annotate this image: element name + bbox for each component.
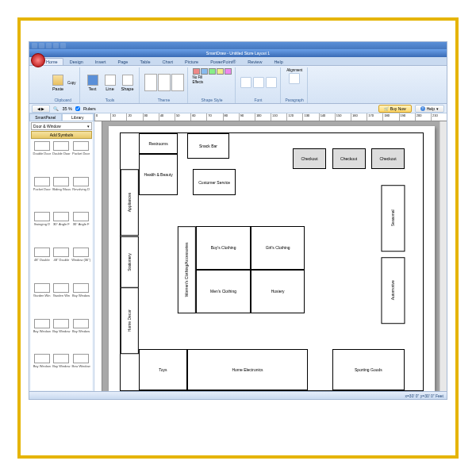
room-appliances[interactable]: Appliances: [121, 169, 139, 236]
symbol-item[interactable]: Bay Window: [52, 319, 71, 354]
room-automotive[interactable]: Automotive: [381, 257, 405, 324]
room-seasonal[interactable]: Seasonal: [381, 185, 405, 251]
library-category-select[interactable]: Door & Window▾: [31, 122, 92, 130]
symbols-tab[interactable]: ◀ ▶: [32, 105, 50, 113]
room-mens[interactable]: Men's Clothing: [196, 270, 251, 313]
room-womens[interactable]: Women's Clothing/Accessories: [178, 226, 196, 313]
symbol-label: Double Door: [52, 152, 71, 155]
symbol-label: Bay Window: [33, 364, 52, 368]
italic-button[interactable]: [253, 77, 264, 88]
group-font: Font: [240, 97, 277, 103]
room-boys[interactable]: Boy's Clothing: [196, 226, 251, 270]
symbol-label: 48" Double: [52, 258, 71, 262]
tab-design[interactable]: Design: [64, 58, 89, 65]
theme-thumb[interactable]: [158, 74, 171, 91]
tab-picture[interactable]: Picture: [179, 58, 204, 65]
symbol-icon: [73, 141, 89, 151]
tab-powerpoint[interactable]: PowerPoint®: [205, 58, 241, 65]
qat-print-icon[interactable]: [53, 43, 59, 48]
qat-undo-icon[interactable]: [39, 43, 44, 48]
symbol-item[interactable]: Bay Window: [52, 354, 71, 389]
qat-new-icon[interactable]: [60, 43, 66, 48]
room-girls[interactable]: Girl's Clothing: [251, 226, 305, 270]
tab-help[interactable]: Help: [268, 58, 288, 65]
room-toys[interactable]: Toys: [139, 349, 187, 390]
add-symbols-button[interactable]: Add Symbols: [31, 131, 92, 139]
tab-chart[interactable]: Chart: [157, 58, 178, 65]
symbol-item[interactable]: Sliding Glass: [52, 177, 71, 212]
symbol-item[interactable]: Bay Window: [33, 319, 52, 354]
page: Restrooms Health & Beauty Snack Bar Cust…: [109, 126, 435, 391]
symbol-icon: [34, 248, 50, 257]
help-button[interactable]: ? Help ▾: [415, 105, 444, 113]
style-swatch[interactable]: [209, 68, 216, 75]
room-homeelec[interactable]: Home Electronics: [187, 349, 308, 390]
symbol-icon: [34, 354, 50, 363]
rulers-label: Rulers: [83, 106, 96, 111]
room-checkout-1[interactable]: Checkout: [293, 148, 326, 169]
nofill-button[interactable]: No Fill: [193, 75, 203, 79]
symbol-item[interactable]: Bay Window: [71, 283, 90, 318]
symbol-item[interactable]: 30° Angle F: [71, 212, 90, 247]
smartpanel-tab[interactable]: SmartPanel: [29, 113, 62, 121]
buy-now-button[interactable]: 🛒 Buy Now: [378, 105, 411, 113]
symbol-item[interactable]: Pocket Door: [33, 177, 52, 212]
room-restrooms[interactable]: Restrooms: [139, 133, 178, 154]
symbol-item[interactable]: Bay Window: [33, 354, 52, 389]
tab-review[interactable]: Review: [242, 58, 267, 65]
symbol-item[interactable]: Revolving D: [71, 177, 90, 212]
theme-thumb[interactable]: [144, 74, 157, 91]
symbol-item[interactable]: Double Door: [33, 141, 52, 176]
zoom-icon[interactable]: 🔍: [53, 106, 59, 111]
shape-icon: [122, 75, 133, 86]
room-customer[interactable]: Customer Service: [193, 169, 235, 194]
symbol-label: 48" Double: [33, 258, 52, 262]
symbol-item[interactable]: 48" Double: [52, 248, 71, 282]
ruler-tick: 180: [382, 113, 398, 121]
symbol-item[interactable]: 30° Angle F: [52, 212, 71, 247]
style-swatch[interactable]: [225, 68, 232, 75]
room-checkout-2[interactable]: Checkout: [332, 148, 366, 169]
font-color-button[interactable]: [266, 77, 277, 88]
qat-redo-icon[interactable]: [46, 43, 52, 48]
style-swatch[interactable]: [193, 68, 200, 75]
room-snack[interactable]: Snack Bar: [187, 133, 229, 159]
copy-button[interactable]: Copy: [67, 81, 76, 85]
style-swatch[interactable]: [201, 68, 208, 75]
paste-button[interactable]: Paste: [50, 69, 66, 96]
symbol-item[interactable]: Double Door: [52, 141, 71, 176]
canvas[interactable]: Restrooms Health & Beauty Snack Bar Cust…: [102, 121, 440, 391]
symbol-item[interactable]: Bay Window: [71, 319, 90, 354]
room-stationery[interactable]: Stationery: [121, 236, 139, 288]
tab-table[interactable]: Table: [134, 58, 155, 65]
symbol-item[interactable]: Window (36"): [71, 248, 90, 282]
vertical-scrollbar[interactable]: [440, 121, 447, 391]
symbol-item[interactable]: 48" Double: [33, 248, 52, 282]
style-swatch[interactable]: [217, 68, 224, 75]
effects-button[interactable]: Effects: [193, 80, 204, 84]
symbol-item[interactable]: Garden Win: [33, 283, 52, 318]
symbol-item[interactable]: Garden Win: [52, 283, 71, 318]
bold-button[interactable]: [240, 77, 251, 88]
zoom-value[interactable]: 35 %: [62, 106, 72, 111]
room-sporting[interactable]: Sporting Goods: [332, 349, 405, 390]
shape-tool-button[interactable]: Shape: [120, 69, 136, 96]
alignment-button[interactable]: Alignment: [286, 68, 302, 72]
tab-insert[interactable]: Insert: [90, 58, 112, 65]
text-tool-button[interactable]: Text: [85, 69, 101, 96]
theme-thumb[interactable]: [171, 74, 184, 91]
line-tool-button[interactable]: Line: [102, 69, 118, 96]
room-homedecor[interactable]: Home Decor: [121, 287, 139, 354]
symbol-item[interactable]: Pocket Door: [71, 141, 90, 176]
library-tab[interactable]: Library: [62, 113, 94, 121]
room-hosiery[interactable]: Hosiery: [251, 270, 305, 313]
rulers-checkbox[interactable]: [75, 106, 80, 111]
qat-save-icon[interactable]: [32, 43, 37, 48]
app-orb-button[interactable]: [31, 53, 45, 67]
room-health[interactable]: Health & Beauty: [139, 154, 178, 195]
room-checkout-3[interactable]: Checkout: [371, 148, 405, 169]
symbol-item[interactable]: Swinging D: [33, 212, 52, 247]
align-button[interactable]: [289, 73, 300, 84]
symbol-item[interactable]: Bow Window: [71, 354, 90, 389]
tab-page[interactable]: Page: [113, 58, 134, 65]
